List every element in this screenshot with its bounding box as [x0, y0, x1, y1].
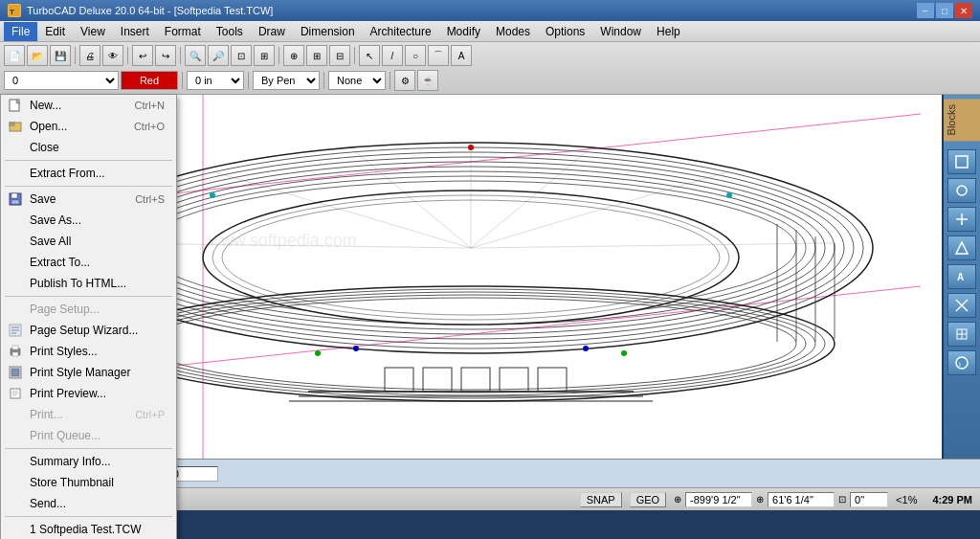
tb-save[interactable]: 💾 — [50, 45, 71, 66]
right-panel-btn-1[interactable] — [947, 149, 976, 174]
menu-help[interactable]: Help — [649, 22, 688, 41]
tb-line[interactable]: / — [382, 45, 403, 66]
tb-zoom-in[interactable]: 🔍 — [185, 45, 206, 66]
blocks-panel-label[interactable]: Blocks — [944, 99, 980, 141]
tb-snap[interactable]: ⊕ — [283, 45, 304, 66]
extract-from-label: Extract From... — [12, 167, 105, 180]
title-bar-controls: − □ ✕ — [917, 3, 972, 18]
tb-sep-2 — [127, 47, 128, 64]
menu-dimension[interactable]: Dimension — [293, 22, 363, 41]
minimize-button[interactable]: − — [917, 3, 934, 18]
right-panel-btn-2[interactable] — [947, 178, 976, 203]
print-style-manager-icon — [7, 364, 24, 381]
page-setup-wizard-label: Page Setup Wizard... — [30, 324, 138, 337]
tb-preview[interactable]: 👁 — [102, 45, 123, 66]
svg-point-47 — [353, 346, 359, 351]
menu-publish-html[interactable]: Publish To HTML... — [1, 273, 176, 294]
menu-format[interactable]: Format — [157, 22, 209, 41]
menu-view[interactable]: View — [73, 22, 113, 41]
tb-properties[interactable]: ⚙ — [394, 70, 415, 91]
close-button[interactable]: ✕ — [955, 3, 972, 18]
menu-window[interactable]: Window — [592, 22, 649, 41]
maximize-button[interactable]: □ — [936, 3, 953, 18]
lineweight-dropdown[interactable]: 0 in — [187, 71, 244, 90]
menu-file[interactable]: File — [4, 22, 37, 41]
menu-print-preview[interactable]: Print Preview... — [1, 383, 176, 404]
menu-save-as[interactable]: Save As... — [1, 210, 176, 231]
menu-print-styles[interactable]: Print Styles... — [1, 341, 176, 362]
tb-grid[interactable]: ⊞ — [306, 45, 327, 66]
layer-name-dropdown[interactable]: None — [328, 71, 386, 90]
snap-button[interactable]: SNAP — [580, 492, 622, 507]
tb-select[interactable]: ↖ — [359, 45, 380, 66]
tb-cup[interactable]: ☕ — [417, 70, 438, 91]
open-label: Open... — [30, 120, 67, 133]
geo-button[interactable]: GEO — [630, 492, 666, 507]
right-panel-btn-6[interactable] — [947, 293, 976, 318]
menu-new[interactable]: New... Ctrl+N — [1, 95, 176, 116]
menu-draw[interactable]: Draw — [251, 22, 293, 41]
menu-recent-1[interactable]: 1 Softpedia Test.TCW — [1, 519, 176, 539]
menu-modify[interactable]: Modify — [439, 22, 488, 41]
layer-dropdown[interactable]: 0 — [4, 71, 119, 90]
menu-page-setup-wizard[interactable]: Page Setup Wizard... — [1, 320, 176, 341]
right-panel-btn-4[interactable] — [947, 236, 976, 260]
tb-zoom-all[interactable]: ⊡ — [231, 45, 252, 66]
publish-html-label: Publish To HTML... — [12, 277, 126, 290]
tb-ortho[interactable]: ⊟ — [329, 45, 350, 66]
right-panel-btn-3[interactable] — [947, 207, 976, 232]
tb-arc[interactable]: ⌒ — [428, 45, 449, 66]
coord-z-icon: ⊡ — [838, 494, 846, 505]
tb-zoom-out[interactable]: 🔎 — [208, 45, 229, 66]
svg-marker-57 — [956, 242, 968, 254]
menu-extract-from[interactable]: Extract From... — [1, 163, 176, 184]
tb-text[interactable]: A — [451, 45, 472, 66]
menu-edit[interactable]: Edit — [37, 22, 73, 41]
menu-tools[interactable]: Tools — [209, 22, 251, 41]
title-bar-text: TurboCAD Deluxe 20.0 64-bit - [Softpedia… — [27, 5, 273, 16]
tb-print[interactable]: 🖨 — [79, 45, 100, 66]
menu-store-thumbnail[interactable]: Store Thumbnail — [1, 472, 176, 493]
menu-save-all[interactable]: Save All — [1, 231, 176, 252]
menu-architecture[interactable]: Architecture — [363, 22, 439, 41]
menu-page-setup[interactable]: Page Setup... — [1, 299, 176, 320]
print-preview-icon — [7, 385, 24, 402]
menu-send[interactable]: Send... — [1, 493, 176, 514]
tb-open[interactable]: 📂 — [27, 45, 48, 66]
print-queue-label: Print Queue... — [12, 429, 100, 442]
tb-redo[interactable]: ↪ — [155, 45, 176, 66]
menu-print-style-manager[interactable]: Print Style Manager — [1, 362, 176, 383]
tb-circle[interactable]: ○ — [405, 45, 426, 66]
menu-modes[interactable]: Modes — [488, 22, 538, 41]
extract-to-label: Extract To... — [12, 256, 90, 269]
svg-point-54 — [957, 186, 967, 195]
right-panel-btn-5[interactable]: A — [947, 264, 976, 289]
tb-new[interactable]: 📄 — [4, 45, 25, 66]
tb-sep-4 — [278, 47, 279, 64]
angle-input[interactable] — [170, 466, 218, 482]
main-area: www.softpedia.com — [0, 95, 980, 459]
menu-print-queue[interactable]: Print Queue... — [1, 425, 176, 446]
menu-save[interactable]: Save Ctrl+S — [1, 189, 176, 210]
coord-x-icon: ⊕ — [674, 494, 681, 505]
menu-print[interactable]: Print... Ctrl+P — [1, 404, 176, 425]
color-selector[interactable]: Red — [121, 71, 178, 90]
menu-open[interactable]: Open... Ctrl+O — [1, 116, 176, 137]
print-preview-label: Print Preview... — [30, 387, 106, 400]
menu-close[interactable]: Close — [1, 137, 176, 158]
tb-zoom-win[interactable]: ⊞ — [254, 45, 275, 66]
svg-text:A: A — [957, 272, 964, 282]
right-panel-btn-8[interactable]: i — [947, 350, 976, 375]
menu-extract-to[interactable]: Extract To... — [1, 252, 176, 273]
save-all-label: Save All — [12, 235, 71, 248]
menu-summary-info[interactable]: Summary Info... — [1, 451, 176, 472]
menu-insert[interactable]: Insert — [113, 22, 157, 41]
menu-options[interactable]: Options — [538, 22, 592, 41]
linetype-dropdown[interactable]: By Pen — [253, 71, 320, 90]
title-bar-left: T TurboCAD Deluxe 20.0 64-bit - [Softped… — [8, 4, 273, 17]
new-label: New... — [30, 99, 61, 112]
coord-z: 0" — [850, 492, 888, 507]
right-panel-btn-7[interactable] — [947, 322, 976, 347]
tb-undo[interactable]: ↩ — [132, 45, 153, 66]
app-icon: T — [8, 4, 21, 17]
